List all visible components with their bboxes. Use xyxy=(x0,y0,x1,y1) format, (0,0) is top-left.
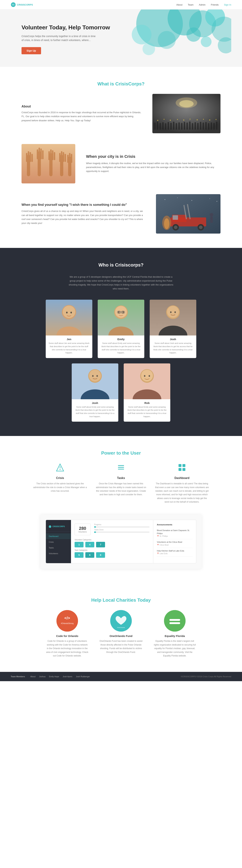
who-section: Who is Crisiscorps? We are a group of 5 … xyxy=(0,248,242,436)
team-grid-row1: Jen Some stuff about Jen and some amazin… xyxy=(22,300,220,358)
crisis-card-title: Crisis xyxy=(33,476,87,480)
svg-rect-38 xyxy=(213,123,215,130)
team-grid-row2: Josh Some stuff about Emily and some ama… xyxy=(22,364,220,422)
dash-main: 280 Volunteers Progress Tasks Done xyxy=(71,520,153,563)
nav-about[interactable]: About xyxy=(176,3,182,6)
code-orlando-logo: </> #OrlandoStrong xyxy=(57,610,78,631)
hero-bubbles xyxy=(124,9,231,67)
svg-rect-36 xyxy=(208,123,209,130)
charities-grid: </> #OrlandoStrong Code for Orlando Code… xyxy=(22,610,220,657)
rob-bio: Some stuff about Emily and some amazing … xyxy=(124,405,170,418)
svg-rect-145 xyxy=(170,619,180,621)
dash-sidebar-crisis[interactable]: Crisis xyxy=(46,539,71,545)
team-card-jen: Jen Some stuff about Jen and some amazin… xyxy=(46,300,92,358)
nav-friends[interactable]: Friends xyxy=(211,3,218,6)
rob-name: Rob xyxy=(124,401,170,404)
power-card-dashboard: Dashboard The Dashboard is viewable to a… xyxy=(155,463,209,504)
svg-point-80 xyxy=(216,201,217,202)
dash-right-panel: Announcements Blood Donation at Saint Cl… xyxy=(153,520,196,563)
emily-name: Emily xyxy=(98,338,144,341)
emily-avatar xyxy=(98,300,144,336)
nav-signin[interactable]: Sign In xyxy=(224,3,231,6)
hero-section: Volunteer Today, Help Tomorrow CrisisCor… xyxy=(0,9,242,67)
about-block: About CrisisCorps was founded in 2016 in… xyxy=(22,94,220,133)
svg-rect-72 xyxy=(67,155,69,163)
stat-progress-fill xyxy=(94,526,96,528)
team-card-josh1: Josh Some stuff about Josh and some amaz… xyxy=(150,300,196,358)
nav-links: About Team Admin Friends Sign In xyxy=(176,3,231,6)
wish-block: When you find yourself saying "I wish th… xyxy=(22,194,220,234)
svg-rect-31 xyxy=(194,122,196,130)
one-orlando-name: OneOrlando Fund xyxy=(99,634,143,638)
svg-point-48 xyxy=(209,120,210,121)
jen-bio: Some stuff about Jen and some amazing bl… xyxy=(46,342,92,354)
tasks-card-body: Once the Crisis Manager has been named t… xyxy=(94,482,148,497)
svg-rect-24 xyxy=(176,123,177,130)
stat-tasks-label: Tasks Done xyxy=(94,529,150,531)
footer-link-about[interactable]: About xyxy=(30,676,35,678)
team-card-josh2: Josh Some stuff about Emily and some ama… xyxy=(72,364,118,422)
josh2-avatar xyxy=(72,364,118,399)
hero-content: Volunteer Today, Help Tomorrow CrisisCor… xyxy=(22,24,111,54)
equality-fl-desc: Equality Florida is the state's largest … xyxy=(153,639,196,657)
about-heading: About xyxy=(22,104,142,108)
crisis-image xyxy=(22,144,75,183)
jen-name: Jen xyxy=(46,338,92,341)
dashboard-icon xyxy=(155,463,209,473)
navbar: CC CRISISCORPS About Team Admin Friends … xyxy=(0,0,242,9)
equality-fl-name: Equality Florida xyxy=(153,634,196,638)
announcements-title: Announcements xyxy=(157,524,192,526)
footer-link-joshua[interactable]: Joshua xyxy=(39,676,46,678)
dashboard-card-body: The Dashboard is viewable to all users! … xyxy=(155,482,209,504)
metric-5: 5 xyxy=(74,552,84,558)
dash-sidebar-tasks[interactable]: Tasks xyxy=(46,545,71,551)
crisis-card-body: The Crisis section of the admin backend … xyxy=(33,482,87,493)
svg-rect-146 xyxy=(170,622,180,624)
svg-rect-68 xyxy=(61,151,62,162)
stat-volunteers-label: Volunteers xyxy=(78,531,87,533)
nav-logo[interactable]: CC CRISISCORPS xyxy=(11,2,33,7)
svg-point-139 xyxy=(57,610,78,631)
stat-tasks-bar xyxy=(94,531,150,533)
svg-rect-21 xyxy=(168,122,169,130)
svg-rect-132 xyxy=(118,467,124,468)
jen-avatar xyxy=(46,300,92,336)
stat-volunteers: 280 Volunteers xyxy=(74,524,91,535)
svg-rect-83 xyxy=(173,215,178,220)
svg-rect-136 xyxy=(179,468,181,471)
charity-code-orlando: </> #OrlandoStrong Code for Orlando Code… xyxy=(46,610,89,657)
svg-point-41 xyxy=(164,119,164,120)
stat-volunteers-num: 280 xyxy=(78,526,87,531)
svg-rect-32 xyxy=(197,123,199,130)
stat-progress-bar xyxy=(94,526,150,528)
svg-rect-73 xyxy=(69,153,70,163)
hero-cta-button[interactable]: Sign Up xyxy=(22,47,41,54)
svg-rect-22 xyxy=(170,123,172,130)
crisis-body: When tragedy strikes, it disrupts the ro… xyxy=(86,161,220,173)
footer-link-emily[interactable]: Emily Hope xyxy=(49,676,59,678)
footer: Team Members About Joshua Emily Hope Jos… xyxy=(0,672,242,681)
dash-sidebar-volunteers[interactable]: Volunteers xyxy=(46,551,71,556)
svg-rect-64 xyxy=(52,150,53,160)
ann2-meta: 📍 Citrus Bowl xyxy=(157,544,192,546)
footer-link-josh-ayers[interactable]: Josh Ayers xyxy=(63,676,72,678)
team-card-rob: Rob Some stuff about Emily and some amaz… xyxy=(124,364,170,422)
svg-point-98 xyxy=(66,312,68,313)
svg-rect-67 xyxy=(59,153,61,162)
code-orlando-desc: Code for Orlando is a group of volunteer… xyxy=(46,639,89,657)
svg-point-105 xyxy=(122,311,124,313)
svg-rect-54 xyxy=(30,152,31,162)
dash-sidebar-dashboard[interactable]: Dashboard xyxy=(46,533,71,539)
svg-rect-74 xyxy=(71,154,72,163)
one-orlando-logo: OneOrlando xyxy=(110,610,132,631)
ann3-meta: 📍 Lake Eola xyxy=(157,552,192,555)
nav-team[interactable]: Team xyxy=(188,3,193,6)
hero-title: Volunteer Today, Help Tomorrow xyxy=(22,24,111,31)
emily-bio: Some stuff about Emily and some amazing … xyxy=(98,342,144,354)
metric-7: 7 xyxy=(96,542,105,547)
footer-link-josh-rubberger[interactable]: Josh Rubberger xyxy=(76,676,90,678)
announcement-2: Volunteers at the Citrus Bowl 📍 Citrus B… xyxy=(157,539,192,548)
dashboard-inner: CRISISCORPS Dashboard Crisis Tasks Volun… xyxy=(46,520,196,563)
nav-admin[interactable]: Admin xyxy=(199,3,206,6)
metric-4: 4 xyxy=(85,542,94,547)
